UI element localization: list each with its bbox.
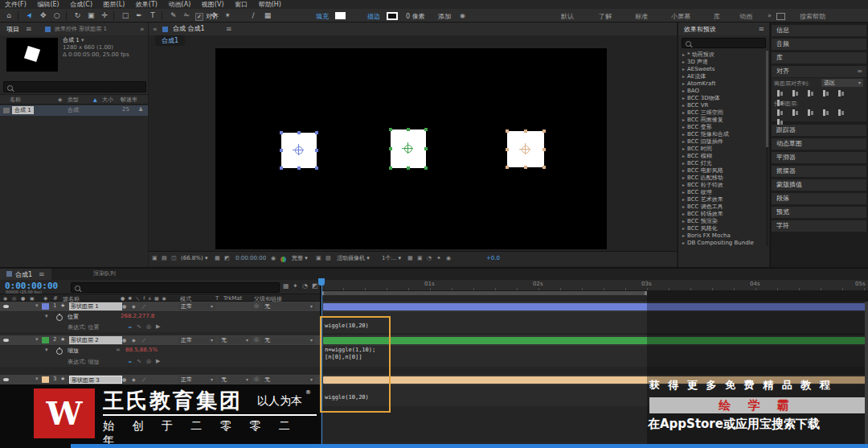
quality-switch-icon[interactable]: ◆ [132, 303, 136, 309]
property-value[interactable]: 88.5,88.5% [125, 347, 158, 353]
panel-collapse-icon[interactable]: « [149, 25, 158, 33]
resize-handle[interactable] [424, 166, 428, 170]
selection-tool-icon[interactable]: ➤ [21, 7, 38, 23]
resize-handle[interactable] [542, 148, 546, 151]
expression-graph-icon[interactable]: ∿ [137, 323, 141, 330]
pickwhip-icon[interactable]: ◎ [254, 302, 259, 309]
property-row-scale[interactable]: ▾ 缩放 ∞ 88.5,88.5% [0, 346, 320, 356]
resize-handle[interactable] [389, 147, 392, 150]
shape-layer-2-square[interactable] [391, 129, 426, 168]
distribute-h-center-icon[interactable] [837, 109, 845, 117]
column-type[interactable]: 类型 [68, 95, 79, 105]
effect-category[interactable]: ▸BCC 风格化 [678, 224, 769, 232]
sort-arrow-icon[interactable]: ▲ [93, 95, 97, 105]
effect-category[interactable]: ▸BCC 3D物体 [678, 94, 769, 101]
rotate-tool-icon[interactable]: ↻ [72, 9, 84, 22]
effect-category[interactable]: ▸BCC 模糊 [678, 152, 769, 159]
project-item-name[interactable]: 合成 1 [12, 106, 34, 114]
panel-smoother[interactable]: 平滑器 [772, 152, 866, 163]
label-color-chip[interactable] [42, 376, 49, 383]
tab-render-queue[interactable]: 渲染队列 [93, 269, 116, 277]
resize-handle[interactable] [315, 149, 318, 152]
roi-icon[interactable]: ▣ [316, 252, 321, 265]
timeline-search-input[interactable] [71, 282, 280, 293]
pan-behind-tool-icon[interactable]: ✛ [99, 9, 110, 22]
resize-handle[interactable] [389, 128, 392, 131]
scrollbar[interactable] [766, 51, 768, 246]
blend-mode-dropdown[interactable]: 正常▾ [178, 376, 215, 384]
expand-arrow-icon[interactable]: ▾ [35, 336, 39, 343]
add-shape-icon[interactable]: ◉ [460, 12, 465, 19]
stopwatch-icon[interactable] [56, 314, 63, 321]
resize-handle[interactable] [280, 166, 283, 170]
menu-view[interactable]: 视图(V) [202, 1, 224, 8]
pickwhip-icon[interactable]: ◎ [254, 336, 259, 343]
effect-category[interactable]: ▸Boris FX Mocha [678, 232, 769, 239]
distribute-left-icon[interactable] [821, 109, 830, 117]
stroke-width-value[interactable]: 0 像素 [406, 12, 425, 21]
transparency-grid-icon[interactable]: ▨ [326, 252, 331, 265]
workspace-overflow-icon[interactable]: » [768, 12, 772, 19]
anchor-point-icon[interactable] [295, 146, 303, 154]
effect-category[interactable]: ▸BCC VR [678, 101, 769, 109]
eye-icon[interactable] [3, 305, 9, 308]
align-v-center-icon[interactable] [837, 89, 845, 97]
panel-menu-icon[interactable]: ≡ [857, 66, 862, 77]
layer-switches[interactable]: ● [122, 337, 126, 343]
viewer-timecode[interactable]: 0:00:00:00 [235, 252, 266, 265]
resize-handle[interactable] [297, 131, 301, 134]
panel-tracker[interactable]: 跟踪器 [772, 125, 866, 136]
eye-icon[interactable] [3, 378, 9, 381]
puppet-pin-tool-icon[interactable]: ✴ [222, 9, 233, 22]
resize-handle[interactable] [524, 129, 527, 133]
menu-file[interactable]: 文件(F) [5, 1, 27, 8]
column-trkmat[interactable]: TrkMat [223, 295, 242, 302]
workspace-tab-default[interactable]: 默认 [561, 12, 574, 21]
menu-animation[interactable]: 动画(A) [169, 1, 191, 8]
panel-libraries[interactable]: 库 [772, 52, 866, 64]
fx-switch-icon[interactable]: ／ [141, 303, 146, 310]
comp-viewer-tab[interactable]: 合成1 [155, 35, 185, 46]
pickwhip-icon[interactable]: ◎ [254, 376, 259, 382]
effect-category[interactable]: ▸BCC 艺术效果 [678, 195, 769, 203]
effect-category[interactable]: ▸BAO [678, 87, 769, 94]
anchor-point-icon[interactable] [404, 145, 412, 153]
stroke-label[interactable]: 描边 [367, 12, 380, 21]
panel-menu-icon[interactable]: ≡ [39, 270, 45, 278]
distribute-bottom-icon[interactable] [806, 109, 815, 117]
resize-handle[interactable] [407, 166, 410, 170]
effects-panel-title[interactable]: 效果和预设 [678, 26, 716, 33]
shy-layers-icon[interactable]: ✦ [293, 282, 298, 290]
resolution-dropdown[interactable]: 完整 ▾ [292, 252, 308, 265]
menu-effect[interactable]: 效果(T) [136, 1, 158, 8]
mask-visibility-icon[interactable]: ∕ [248, 9, 259, 22]
constrain-link-icon[interactable]: ∞ [116, 347, 121, 353]
effect-category[interactable]: ▸DB Compositing Bundle [678, 239, 769, 246]
effect-category[interactable]: ▸BCC 纹理 [678, 188, 769, 195]
parent-dropdown[interactable]: 无▾ [262, 302, 315, 310]
reset-exposure-icon[interactable]: ◉ [446, 252, 451, 265]
composition-viewport[interactable] [215, 48, 607, 249]
resize-handle[interactable] [280, 131, 283, 134]
effect-category[interactable]: ▸BCC 预渲染 [678, 217, 769, 224]
resize-handle[interactable] [506, 166, 509, 169]
resize-handle[interactable] [542, 166, 546, 169]
resize-handle[interactable] [280, 149, 283, 152]
primary-viewer-icon[interactable]: ▤ [162, 252, 167, 265]
effect-category[interactable]: ▸BCC 转场效果 [678, 210, 769, 217]
column-name[interactable]: 名称 [10, 95, 21, 105]
label-color-chip[interactable] [42, 303, 49, 310]
zoom-tool-icon[interactable]: ○ [51, 9, 63, 22]
enable-expression-icon[interactable]: ＝ [127, 358, 133, 366]
panel-paragraph[interactable]: 段落 [772, 193, 866, 204]
add-label[interactable]: 添加 [438, 12, 451, 21]
project-search-input[interactable] [3, 81, 146, 92]
snap-checkbox[interactable]: ✓ 对齐 [195, 12, 219, 21]
menu-window[interactable]: 窗口 [235, 1, 248, 8]
pixel-aspect-icon[interactable]: ▦ [407, 252, 413, 265]
parent-dropdown[interactable]: 无▾ [262, 336, 315, 344]
expand-arrow-icon[interactable]: ▾ [35, 302, 39, 309]
layer-row-2[interactable]: ▾ 2 ★ 形状图层 2 ●◆／ 正常▾ 无▾ ◎ 无▾ [0, 335, 320, 345]
layer-switches[interactable]: ● [122, 376, 126, 382]
time-ruler[interactable]: 01s 02s 03s 04s 05s [321, 280, 868, 291]
